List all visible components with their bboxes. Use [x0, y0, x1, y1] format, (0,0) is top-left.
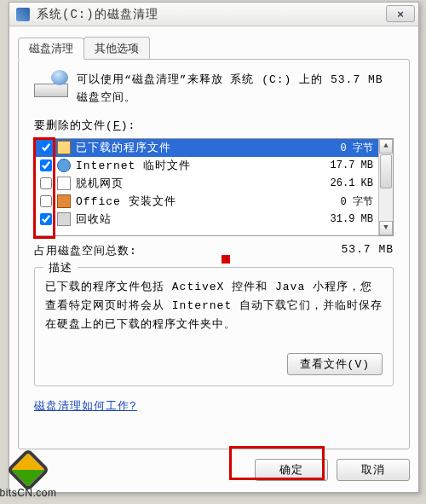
total-space-label: 占用磁盘空间总数: — [34, 243, 341, 258]
list-item[interactable]: 已下载的程序文件 0 字节 — [35, 139, 378, 157]
drive-icon — [16, 8, 30, 21]
scroll-thumb[interactable] — [380, 154, 392, 188]
description-legend: 描述 — [43, 260, 78, 275]
item-checkbox[interactable] — [40, 177, 52, 189]
titlebar: 系统(C:)的磁盘清理 × — [9, 3, 418, 26]
intro-text: 可以使用“磁盘清理”来释放 系统 (C:) 上的 53.7 MB 磁盘空间。 — [77, 72, 394, 107]
list-item[interactable]: 回收站 31.9 MB — [35, 211, 378, 229]
tab-other-options[interactable]: 其他选项 — [83, 37, 150, 59]
tab-cleanup[interactable]: 磁盘清理 — [18, 38, 84, 60]
list-rows: 已下载的程序文件 0 字节 Internet 临时文件 17.7 MB 脱机网页… — [35, 139, 378, 235]
item-name: 回收站 — [76, 211, 331, 227]
close-button[interactable]: × — [386, 5, 415, 22]
item-size: 0 字节 — [341, 194, 373, 209]
dialog-title: 系统(C:)的磁盘清理 — [37, 7, 158, 22]
dialog-body: 磁盘清理 其他选项 可以使用“磁盘清理”来释放 系统 (C:) 上的 53.7 … — [9, 26, 418, 492]
list-item[interactable]: Office 安装文件 0 字节 — [35, 193, 378, 211]
label-prefix: 要删除的文件( — [34, 119, 113, 132]
list-item[interactable]: 脱机网页 26.1 KB — [35, 175, 378, 193]
cancel-button[interactable]: 取消 — [337, 459, 410, 481]
item-size: 0 字节 — [341, 141, 373, 155]
files-listbox[interactable]: 已下载的程序文件 0 字节 Internet 临时文件 17.7 MB 脱机网页… — [34, 138, 394, 236]
tab-panel-cleanup: 可以使用“磁盘清理”来释放 系统 (C:) 上的 53.7 MB 磁盘空间。 要… — [18, 59, 410, 449]
ok-button[interactable]: 确定 — [255, 459, 328, 481]
item-size: 26.1 KB — [331, 177, 373, 189]
recycle-bin-icon — [57, 212, 71, 226]
scroll-track[interactable] — [379, 154, 393, 221]
scroll-down-button[interactable]: ▼ — [379, 221, 393, 235]
item-size: 17.7 MB — [331, 159, 373, 171]
cleanup-drive-icon — [34, 72, 66, 97]
dialog-footer: 确定 取消 — [18, 456, 410, 484]
logo-icon — [7, 449, 50, 492]
item-name: Office 安装文件 — [76, 194, 341, 209]
office-icon — [57, 194, 71, 208]
total-space-value: 53.7 MB — [341, 243, 394, 258]
folder-icon — [57, 141, 71, 154]
files-to-delete-label: 要删除的文件(F): — [34, 118, 394, 133]
item-checkbox[interactable] — [40, 159, 52, 171]
item-name: Internet 临时文件 — [76, 158, 331, 173]
item-name: 脱机网页 — [76, 176, 331, 191]
item-size: 31.9 MB — [331, 213, 373, 225]
item-name: 已下载的程序文件 — [76, 140, 341, 155]
item-checkbox[interactable] — [40, 142, 52, 154]
disk-cleanup-dialog: 系统(C:)的磁盘清理 × 磁盘清理 其他选项 可以使用“磁盘清理”来释放 系统… — [9, 2, 419, 493]
page-icon — [57, 177, 71, 190]
intro-row: 可以使用“磁盘清理”来释放 系统 (C:) 上的 53.7 MB 磁盘空间。 — [34, 72, 394, 107]
item-checkbox[interactable] — [40, 195, 52, 207]
how-it-works-link[interactable]: 磁盘清理如何工作? — [34, 398, 137, 414]
label-suffix: ): — [121, 119, 136, 132]
view-files-button[interactable]: 查看文件(V) — [287, 353, 383, 375]
tab-strip: 磁盘清理 其他选项 — [18, 37, 149, 59]
label-access-key: F — [113, 119, 121, 132]
list-item[interactable]: Internet 临时文件 17.7 MB — [35, 157, 378, 175]
description-text: 已下载的程序文件包括 ActiveX 控件和 Java 小程序，您查看特定网页时… — [45, 278, 383, 334]
item-checkbox[interactable] — [40, 213, 52, 225]
scroll-up-button[interactable]: ▲ — [379, 139, 393, 154]
total-space-row: 占用磁盘空间总数: 53.7 MB — [34, 243, 394, 258]
description-group: 描述 已下载的程序文件包括 ActiveX 控件和 Java 小程序，您查看特定… — [34, 267, 394, 386]
annotation-marker — [222, 255, 230, 264]
watermark-logo: bitsCN.com — [0, 455, 61, 502]
ie-icon — [57, 159, 71, 172]
scrollbar[interactable]: ▲ ▼ — [378, 139, 393, 235]
